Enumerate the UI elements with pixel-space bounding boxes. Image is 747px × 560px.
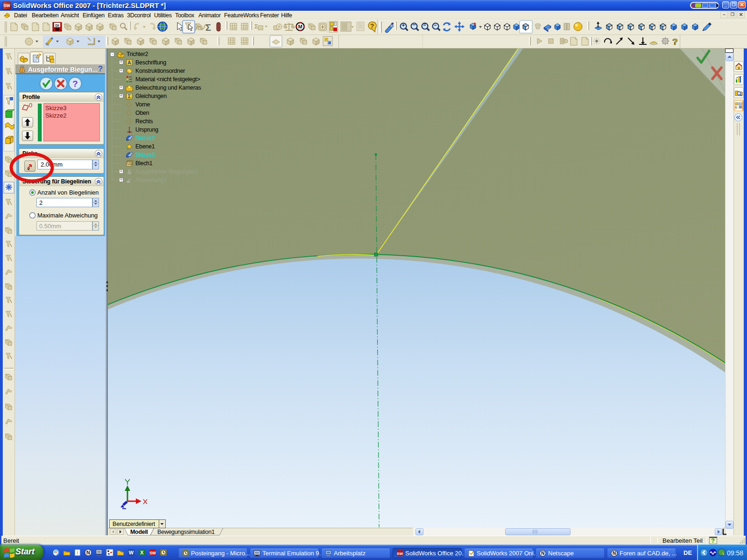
svg-text:N: N xyxy=(541,551,544,556)
svg-text:Modell: Modell xyxy=(130,529,148,535)
svg-text:Σ: Σ xyxy=(254,23,258,30)
svg-text:%: % xyxy=(45,42,49,47)
svg-text:N: N xyxy=(613,551,616,556)
svg-text:W: W xyxy=(129,550,134,555)
svg-text:SW: SW xyxy=(397,552,403,556)
svg-text:?: ? xyxy=(672,37,678,47)
svg-text:?: ? xyxy=(370,22,374,30)
svg-text:i: i xyxy=(77,550,78,555)
svg-text:N: N xyxy=(86,550,90,555)
svg-text:X: X xyxy=(140,550,144,555)
svg-text:Bewegungssimulation1: Bewegungssimulation1 xyxy=(157,529,215,535)
svg-text:A: A xyxy=(127,60,131,65)
svg-text:Σ: Σ xyxy=(205,22,211,33)
svg-text:0: 0 xyxy=(29,102,32,109)
svg-text:M: M xyxy=(298,24,302,29)
svg-text:DI: DI xyxy=(56,23,59,28)
svg-text:Σ: Σ xyxy=(128,93,131,99)
svg-text:SW: SW xyxy=(149,551,156,555)
svg-text:?: ? xyxy=(72,79,78,89)
